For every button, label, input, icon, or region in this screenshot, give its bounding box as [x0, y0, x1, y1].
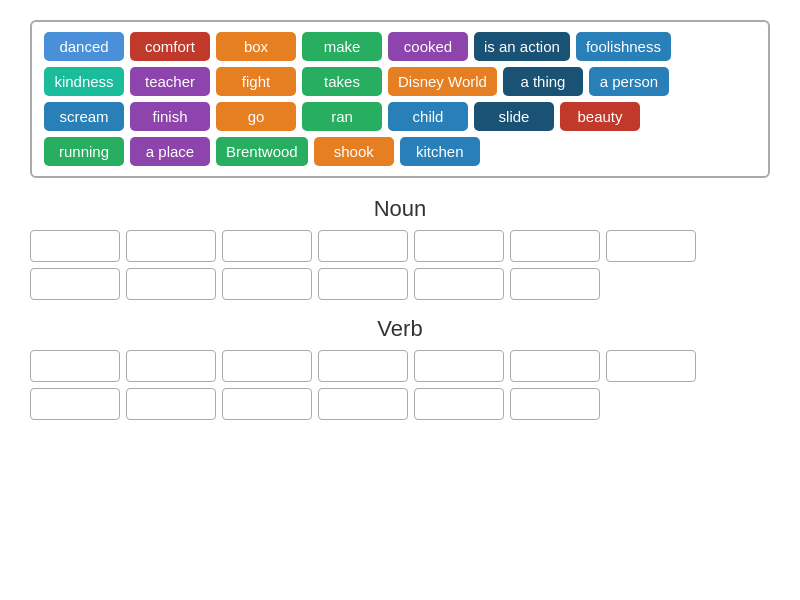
drop-zone-verb-row-2-0[interactable]	[30, 388, 120, 420]
word-tile-1-3[interactable]: takes	[302, 67, 382, 96]
drop-zone-noun-row-2-2[interactable]	[222, 268, 312, 300]
word-tile-1-4[interactable]: Disney World	[388, 67, 497, 96]
word-bank: dancedcomfortboxmakecookedis an actionfo…	[30, 20, 770, 178]
drop-zone-verb-row-1-3[interactable]	[318, 350, 408, 382]
drop-zone-noun-row-2-1[interactable]	[126, 268, 216, 300]
word-tile-3-2[interactable]: Brentwood	[216, 137, 308, 166]
noun-title: Noun	[30, 196, 770, 222]
wordbank-row-0: dancedcomfortboxmakecookedis an actionfo…	[44, 32, 756, 61]
word-tile-0-0[interactable]: danced	[44, 32, 124, 61]
verb-drop-row-2	[30, 388, 770, 420]
drop-zone-noun-row-2-4[interactable]	[414, 268, 504, 300]
drop-zone-verb-row-2-4[interactable]	[414, 388, 504, 420]
word-tile-0-5[interactable]: is an action	[474, 32, 570, 61]
main-container: dancedcomfortboxmakecookedis an actionfo…	[0, 0, 800, 456]
word-tile-1-1[interactable]: teacher	[130, 67, 210, 96]
drop-zone-noun-row-1-4[interactable]	[414, 230, 504, 262]
word-tile-0-4[interactable]: cooked	[388, 32, 468, 61]
drop-zone-noun-row-1-0[interactable]	[30, 230, 120, 262]
word-tile-0-1[interactable]: comfort	[130, 32, 210, 61]
word-tile-1-6[interactable]: a person	[589, 67, 669, 96]
word-tile-2-3[interactable]: ran	[302, 102, 382, 131]
drop-zone-verb-row-2-3[interactable]	[318, 388, 408, 420]
word-tile-2-4[interactable]: child	[388, 102, 468, 131]
drop-zone-noun-row-1-5[interactable]	[510, 230, 600, 262]
drop-zone-noun-row-1-1[interactable]	[126, 230, 216, 262]
drop-zone-verb-row-1-1[interactable]	[126, 350, 216, 382]
verb-section: Verb	[30, 316, 770, 420]
drop-zone-verb-row-1-5[interactable]	[510, 350, 600, 382]
drop-zone-noun-row-1-3[interactable]	[318, 230, 408, 262]
wordbank-row-1: kindnessteacherfighttakesDisney Worlda t…	[44, 67, 756, 96]
noun-drop-row-1	[30, 230, 770, 262]
drop-zone-verb-row-2-2[interactable]	[222, 388, 312, 420]
word-tile-2-1[interactable]: finish	[130, 102, 210, 131]
word-tile-3-0[interactable]: running	[44, 137, 124, 166]
word-tile-2-5[interactable]: slide	[474, 102, 554, 131]
noun-section: Noun	[30, 196, 770, 300]
word-tile-3-1[interactable]: a place	[130, 137, 210, 166]
word-tile-0-3[interactable]: make	[302, 32, 382, 61]
drop-zone-noun-row-1-6[interactable]	[606, 230, 696, 262]
drop-zone-verb-row-1-0[interactable]	[30, 350, 120, 382]
verb-drop-row-1	[30, 350, 770, 382]
word-tile-2-6[interactable]: beauty	[560, 102, 640, 131]
drop-zone-noun-row-2-3[interactable]	[318, 268, 408, 300]
drop-zone-noun-row-2-5[interactable]	[510, 268, 600, 300]
noun-drop-row-2	[30, 268, 770, 300]
wordbank-row-3: runninga placeBrentwoodshookkitchen	[44, 137, 756, 166]
drop-zone-verb-row-2-5[interactable]	[510, 388, 600, 420]
verb-title: Verb	[30, 316, 770, 342]
word-tile-1-0[interactable]: kindness	[44, 67, 124, 96]
wordbank-row-2: screamfinishgoranchildslidebeauty	[44, 102, 756, 131]
drop-zone-verb-row-1-6[interactable]	[606, 350, 696, 382]
drop-zone-noun-row-2-0[interactable]	[30, 268, 120, 300]
word-tile-2-0[interactable]: scream	[44, 102, 124, 131]
word-tile-3-3[interactable]: shook	[314, 137, 394, 166]
drop-zone-verb-row-2-1[interactable]	[126, 388, 216, 420]
word-tile-2-2[interactable]: go	[216, 102, 296, 131]
word-tile-0-2[interactable]: box	[216, 32, 296, 61]
drop-zone-verb-row-1-4[interactable]	[414, 350, 504, 382]
drop-zone-noun-row-1-2[interactable]	[222, 230, 312, 262]
word-tile-0-6[interactable]: foolishness	[576, 32, 671, 61]
word-tile-1-2[interactable]: fight	[216, 67, 296, 96]
word-tile-3-4[interactable]: kitchen	[400, 137, 480, 166]
word-tile-1-5[interactable]: a thing	[503, 67, 583, 96]
drop-zone-verb-row-1-2[interactable]	[222, 350, 312, 382]
